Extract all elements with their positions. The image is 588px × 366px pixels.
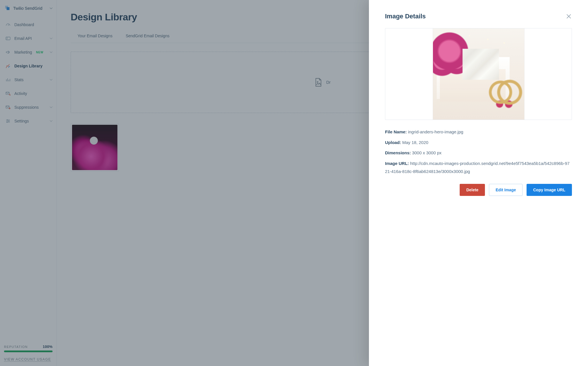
meta-upload: Upload: May 18, 2020: [385, 139, 572, 147]
upload-value: May 18, 2020: [402, 140, 428, 145]
file-name-label: File Name:: [385, 129, 407, 134]
url-label: Image URL:: [385, 161, 409, 166]
app-root: Twilio SendGrid Dashboard Email API: [0, 0, 588, 366]
file-name-value: ingrid-anders-hero-image.jpg: [408, 129, 463, 134]
drawer-title: Image Details: [385, 13, 426, 20]
upload-label: Upload:: [385, 140, 401, 145]
delete-button[interactable]: Delete: [460, 184, 485, 196]
copy-image-url-button[interactable]: Copy Image URL: [527, 184, 572, 196]
image-preview: [385, 28, 572, 120]
image-meta: File Name: ingrid-anders-hero-image.jpg …: [385, 128, 572, 176]
meta-dimensions: Dimensions: 3000 x 3000 px: [385, 149, 572, 157]
url-value: http://cdn.mcauto-images-production.send…: [385, 161, 570, 174]
preview-image: [433, 28, 525, 120]
dimensions-label: Dimensions:: [385, 150, 411, 155]
drawer-actions: Delete Edit Image Copy Image URL: [385, 184, 572, 196]
edit-image-button[interactable]: Edit Image: [489, 184, 523, 196]
meta-file-name: File Name: ingrid-anders-hero-image.jpg: [385, 128, 572, 136]
dimensions-value: 3000 x 3000 px: [412, 150, 442, 155]
meta-url: Image URL: http://cdn.mcauto-images-prod…: [385, 159, 572, 176]
image-details-drawer: Image Details File Name: ingrid-anders-h…: [369, 0, 588, 366]
close-icon[interactable]: [566, 13, 572, 20]
